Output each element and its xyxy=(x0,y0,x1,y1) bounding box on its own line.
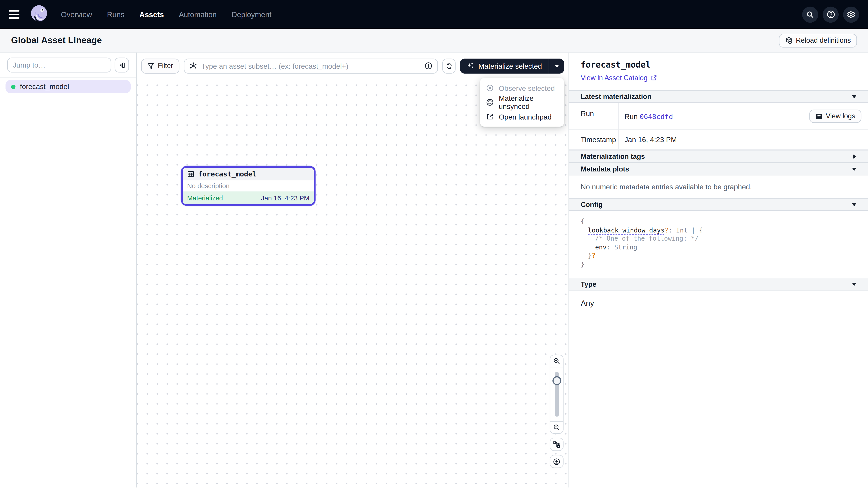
zoom-slider-knob[interactable] xyxy=(552,376,561,385)
lineage-graph-panel: Filter xyxy=(137,53,569,488)
section-materialization-tags[interactable]: Materialization tags xyxy=(569,150,868,163)
zoom-in-button[interactable] xyxy=(550,355,563,367)
asset-node-timestamp[interactable]: Jan 16, 4:23 PM xyxy=(261,194,309,201)
asset-node-header: forecast_model xyxy=(183,168,314,180)
jump-to-input[interactable] xyxy=(7,58,111,72)
chevron-down-icon xyxy=(852,283,857,288)
section-metadata-plots[interactable]: Metadata plots xyxy=(569,163,868,175)
asset-subset-input[interactable] xyxy=(202,62,420,70)
download-image-button[interactable] xyxy=(550,455,563,468)
view-logs-icon xyxy=(815,112,823,120)
filter-icon xyxy=(147,62,154,70)
download-icon xyxy=(553,458,560,465)
graph-toolbar: Filter xyxy=(137,53,568,79)
rearrange-layout-button[interactable] xyxy=(550,437,563,451)
materialize-selected-button[interactable]: Materialize selected xyxy=(460,58,549,73)
help-button[interactable] xyxy=(823,6,839,22)
metadata-plots-empty-message: No numeric metadata entries available to… xyxy=(569,175,868,198)
asset-node-description: No description xyxy=(183,180,314,191)
graph-canvas[interactable] xyxy=(137,79,568,487)
section-latest-materialization[interactable]: Latest materialization xyxy=(569,90,868,103)
help-icon xyxy=(826,10,835,19)
catalog-link-label: View in Asset Catalog xyxy=(581,74,648,82)
latest-materialization-table: Run Run 0648cdfd View logs xyxy=(569,103,868,150)
chevron-down-icon xyxy=(852,168,857,173)
main-content: forecast_model Filter xyxy=(0,53,868,488)
nav-item-assets[interactable]: Assets xyxy=(140,10,164,19)
dagster-logo[interactable] xyxy=(29,4,49,25)
chevron-down-icon xyxy=(852,203,857,208)
nav-item-deployment[interactable]: Deployment xyxy=(232,10,272,19)
sidebar-search-row xyxy=(0,53,136,78)
asset-node-forecast-model[interactable]: forecast_model No description Materializ… xyxy=(181,166,315,206)
refresh-graph-button[interactable] xyxy=(442,58,456,73)
asset-node-name: forecast_model xyxy=(198,170,256,178)
reload-definitions-button[interactable]: Reload definitions xyxy=(779,33,857,47)
top-navigation: Overview Runs Assets Automation Deployme… xyxy=(0,0,868,29)
reload-icon xyxy=(785,37,793,44)
type-value: Any xyxy=(569,291,868,316)
materialize-dropdown-menu: Observe selected Materialize unsynced xyxy=(480,78,564,127)
asset-list-sidebar: forecast_model xyxy=(0,53,137,488)
asset-subset-field xyxy=(184,58,438,73)
settings-button[interactable] xyxy=(843,6,859,22)
materialize-menu-toggle[interactable] xyxy=(549,58,564,73)
chevron-down-icon xyxy=(852,95,857,101)
collapse-sidebar-button[interactable] xyxy=(115,58,129,72)
asset-node-status-bar: Materialized Jan 16, 4:23 PM xyxy=(183,191,314,204)
zoom-controls xyxy=(550,355,563,434)
config-schema-code: { lookback_window_days?: Int | { /* One … xyxy=(569,211,868,278)
observe-icon xyxy=(486,84,494,92)
hamburger-menu-button[interactable] xyxy=(9,8,22,21)
materialize-split-button: Materialize selected xyxy=(460,58,564,73)
view-logs-button[interactable]: View logs xyxy=(809,109,862,123)
filter-button[interactable]: Filter xyxy=(141,58,179,73)
materialize-unsynced-icon xyxy=(486,98,494,106)
materialize-selected-label: Materialize selected xyxy=(478,62,542,70)
section-type[interactable]: Type xyxy=(569,278,868,290)
nav-item-automation[interactable]: Automation xyxy=(179,10,217,19)
run-id-link[interactable]: 0648cdfd xyxy=(640,112,673,121)
title-bar: Global Asset Lineage Reload definitions xyxy=(0,29,868,53)
config-key[interactable]: lookback_window_days xyxy=(588,226,664,234)
chevron-down-icon xyxy=(555,64,559,69)
reload-definitions-label: Reload definitions xyxy=(796,37,851,44)
timestamp-row: Timestamp Jan 16, 4:23 PM xyxy=(569,130,868,150)
settings-icon xyxy=(846,10,856,19)
nav-item-overview[interactable]: Overview xyxy=(61,10,92,19)
section-config[interactable]: Config xyxy=(569,198,868,211)
app-root: Overview Runs Assets Automation Deployme… xyxy=(0,0,868,488)
asset-node-status: Materialized xyxy=(187,194,223,201)
menu-item-materialize-unsynced[interactable]: Materialize unsynced xyxy=(480,95,564,109)
external-link-icon xyxy=(650,75,657,81)
asset-list-item-forecast-model[interactable]: forecast_model xyxy=(5,80,130,93)
asset-graph-icon xyxy=(189,62,197,70)
zoom-out-icon xyxy=(553,424,560,431)
external-link-icon xyxy=(486,113,494,121)
zoom-in-icon xyxy=(553,357,560,365)
asset-list: forecast_model xyxy=(0,78,136,95)
filter-label: Filter xyxy=(158,62,173,70)
nav-item-runs[interactable]: Runs xyxy=(107,10,124,19)
run-link: Run 0648cdfd xyxy=(624,112,673,121)
run-row-label: Run xyxy=(569,103,619,130)
asset-details-header: forecast_model View in Asset Catalog xyxy=(569,53,868,83)
table-icon xyxy=(187,170,194,177)
search-icon xyxy=(806,10,814,19)
asset-list-item-label: forecast_model xyxy=(20,83,69,91)
menu-item-observe-selected: Observe selected xyxy=(480,81,564,95)
view-in-asset-catalog-link[interactable]: View in Asset Catalog xyxy=(581,74,657,82)
chevron-right-icon xyxy=(853,154,859,159)
search-button[interactable] xyxy=(802,6,818,22)
info-icon[interactable] xyxy=(425,62,432,70)
hamburger-icon xyxy=(9,10,20,11)
zoom-out-button[interactable] xyxy=(550,422,563,433)
run-row: Run Run 0648cdfd View logs xyxy=(569,103,868,130)
sparkle-icon xyxy=(467,62,474,70)
timestamp-value: Jan 16, 4:23 PM xyxy=(624,135,677,144)
zoom-slider[interactable] xyxy=(550,367,563,422)
primary-nav: Overview Runs Assets Automation Deployme… xyxy=(61,10,272,19)
asset-details-title: forecast_model xyxy=(581,60,857,70)
menu-item-open-launchpad[interactable]: Open launchpad xyxy=(480,109,564,124)
refresh-icon xyxy=(445,62,453,70)
